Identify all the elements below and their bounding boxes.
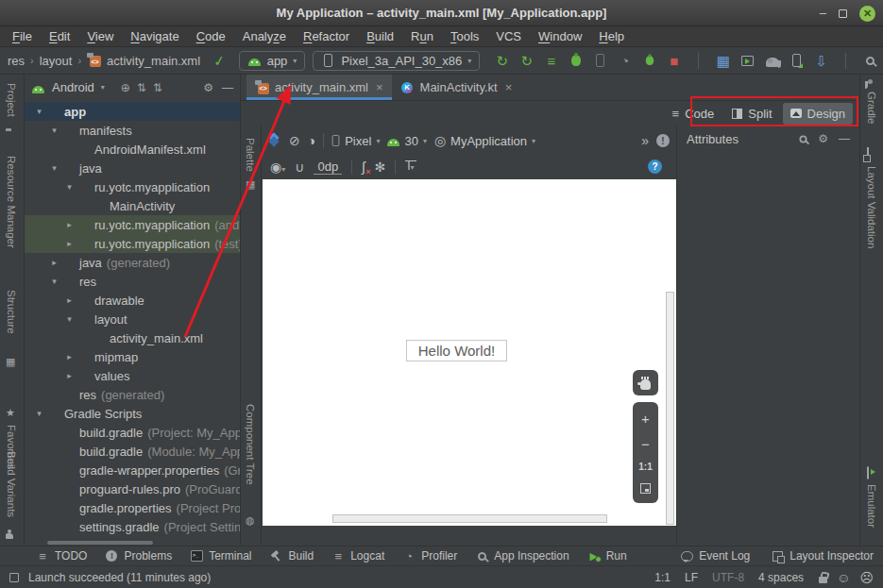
gear-icon[interactable]: ⚙ xyxy=(203,81,213,94)
help-icon[interactable] xyxy=(648,160,662,174)
tree-toggle-arrow[interactable]: ▸ xyxy=(48,258,60,267)
split-mode-button[interactable]: Split xyxy=(724,103,779,125)
status-item[interactable]: 4 spaces xyxy=(758,571,804,584)
gear-icon[interactable]: ⚙ xyxy=(818,132,828,145)
zoom-out-button[interactable]: − xyxy=(641,437,650,451)
pan-button[interactable] xyxy=(633,370,658,395)
tree-toggle-arrow[interactable]: ▾ xyxy=(48,126,60,135)
tree-toggle-arrow[interactable]: ▸ xyxy=(63,295,76,305)
close-tab-icon[interactable]: × xyxy=(376,80,383,94)
tree-row[interactable]: res (generated) xyxy=(25,385,240,404)
menu-item[interactable]: Edit xyxy=(41,29,78,43)
menu-item[interactable]: View xyxy=(78,29,122,43)
lock-icon[interactable] xyxy=(819,577,827,583)
tree-row[interactable]: ▾ layout xyxy=(25,310,240,328)
expand-all-icon[interactable]: ⇅ xyxy=(137,81,146,94)
menu-item[interactable]: Build xyxy=(358,29,402,43)
palette-collapsed-label[interactable]: Palette xyxy=(245,138,256,172)
logcat-tab[interactable]: ≡ Logcat xyxy=(331,549,384,563)
build-tab[interactable]: Build xyxy=(270,549,314,563)
design-surface-icon[interactable] xyxy=(268,134,281,147)
tree-toggle-arrow[interactable]: ▸ xyxy=(63,371,76,380)
tree-toggle-arrow[interactable]: ▾ xyxy=(63,314,76,324)
terminal-tab[interactable]: Terminal xyxy=(190,549,251,563)
menu-item[interactable]: Help xyxy=(590,29,633,43)
tree-row[interactable]: build.gradle (Module: My_Application.app… xyxy=(25,442,240,461)
sidebar-item-gradle[interactable]: Gradle xyxy=(866,92,877,125)
tree-row[interactable]: ▾ java xyxy=(25,159,240,177)
component-tree-collapsed-label[interactable]: Component Tree xyxy=(245,404,256,485)
code-mode-button[interactable]: ≡ Code xyxy=(665,103,722,125)
hide-panel-icon[interactable]: — xyxy=(222,81,233,94)
tree-toggle-arrow[interactable]: ▸ xyxy=(63,239,76,248)
sidebar-item-build-variants[interactable]: Build Variants xyxy=(6,451,17,517)
tree-row[interactable]: proguard-rules.pro (ProGuard Rules for "… xyxy=(25,479,240,498)
default-margin-value[interactable]: 0dp xyxy=(314,160,342,175)
tree-toggle-arrow[interactable]: ▾ xyxy=(33,409,45,418)
menu-item[interactable]: Analyze xyxy=(234,29,295,43)
todo-tab[interactable]: ≡ TODO xyxy=(36,549,87,563)
breadcrumb-layout[interactable]: layout xyxy=(40,54,73,68)
zoom-to-100-button[interactable]: 1:1 xyxy=(638,462,652,472)
tree-row[interactable]: ▾ res xyxy=(25,272,240,291)
tree-row[interactable]: MainActivity xyxy=(25,196,240,215)
profiler-tab[interactable]: ◔ Profiler xyxy=(402,549,457,563)
sidebar-item-project[interactable]: Project xyxy=(6,83,17,117)
sidebar-item-emulator[interactable]: Emulator xyxy=(866,484,877,528)
search-icon[interactable] xyxy=(800,135,807,143)
tree-row[interactable]: local.properties (SDK Location) xyxy=(25,536,240,540)
align-pack-icon[interactable]: I▾ xyxy=(405,160,416,173)
menu-item[interactable]: Code xyxy=(188,29,234,43)
theme-dropdown[interactable]: ◎ MyApplication ▾ xyxy=(434,134,535,148)
collapse-all-icon[interactable]: ⇅ xyxy=(153,81,162,94)
sidebar-item-resource-manager[interactable]: Resource Manager xyxy=(6,156,17,248)
tree-toggle-arrow[interactable]: ▸ xyxy=(63,220,76,229)
canvas-horizontal-scrollbar[interactable] xyxy=(332,514,607,523)
tree-row[interactable]: activity_main.xml xyxy=(25,328,240,347)
inspection-status-icon[interactable]: ✓ xyxy=(212,53,227,69)
layout-inspector-button[interactable]: Layout Inspector xyxy=(771,549,874,563)
tab-mainactivity-kt[interactable]: MainActivity.kt × xyxy=(392,75,521,100)
tree-row[interactable]: ▾ manifests xyxy=(25,121,240,140)
tree-row[interactable]: build.gradle (Project: My_Application) xyxy=(25,423,240,442)
window-status-icon[interactable] xyxy=(9,573,19,582)
tree-row[interactable]: ▸ ru.yotc.myapplication (test) xyxy=(25,234,240,253)
tree-horizontal-scrollbar[interactable] xyxy=(47,541,153,545)
close-icon[interactable]: ✕ xyxy=(859,6,875,22)
project-view-selector[interactable]: Android xyxy=(52,80,94,94)
minimize-icon[interactable]: – xyxy=(820,7,826,20)
view-options-icon[interactable]: ◉▾ xyxy=(270,160,285,174)
tab-activity-main-xml[interactable]: activity_main.xml × xyxy=(246,75,392,100)
sad-feedback-icon[interactable]: ☹ xyxy=(859,570,874,585)
tree-row[interactable]: ▾ ru.yotc.myapplication xyxy=(25,177,240,196)
problems-tab[interactable]: Problems xyxy=(105,549,172,563)
tree-row[interactable]: gradle-wrapper.properties (Gradle Versio… xyxy=(25,461,240,479)
breadcrumb-file[interactable]: activity_main.xml xyxy=(107,54,200,68)
menu-item[interactable]: Navigate xyxy=(122,29,187,43)
tree-row[interactable]: ▾ app xyxy=(25,102,240,121)
app-inspection-tab[interactable]: App Inspection xyxy=(475,549,569,563)
tree-row[interactable]: ▸ mipmap xyxy=(25,347,240,366)
menu-item[interactable]: Tools xyxy=(442,29,487,43)
tree-toggle-arrow[interactable]: ▾ xyxy=(48,277,60,286)
tree-toggle-arrow[interactable]: ▸ xyxy=(63,352,76,361)
menu-item[interactable]: Refactor xyxy=(295,29,358,43)
tree-row[interactable]: ▾ Gradle Scripts xyxy=(25,404,240,423)
clear-constraints-icon[interactable]: ʃ xyxy=(362,159,365,175)
device-for-preview-dropdown[interactable]: Pixel ▾ xyxy=(331,134,380,148)
locate-file-icon[interactable]: ⊕ xyxy=(121,81,130,94)
design-mode-button[interactable]: Design xyxy=(783,103,853,125)
night-mode-icon[interactable]: ◑ xyxy=(308,134,315,147)
restore-icon[interactable] xyxy=(839,9,847,18)
menu-item[interactable]: Run xyxy=(402,29,442,43)
menu-item[interactable]: VCS xyxy=(487,29,530,43)
autoconnect-magnet-icon[interactable]: ∪ xyxy=(295,160,304,174)
breadcrumb-res[interactable]: res xyxy=(8,54,25,68)
tree-row[interactable]: ▸ java (generated) xyxy=(25,253,240,272)
sidebar-item-structure[interactable]: Structure xyxy=(6,290,17,334)
warnings-icon[interactable] xyxy=(656,134,670,147)
menu-item[interactable]: Window xyxy=(530,29,590,43)
run-configuration-dropdown[interactable]: app ▾ xyxy=(239,51,306,71)
overflow-actions-icon[interactable]: » xyxy=(641,134,649,147)
tree-row[interactable]: ▸ drawable xyxy=(25,291,240,310)
